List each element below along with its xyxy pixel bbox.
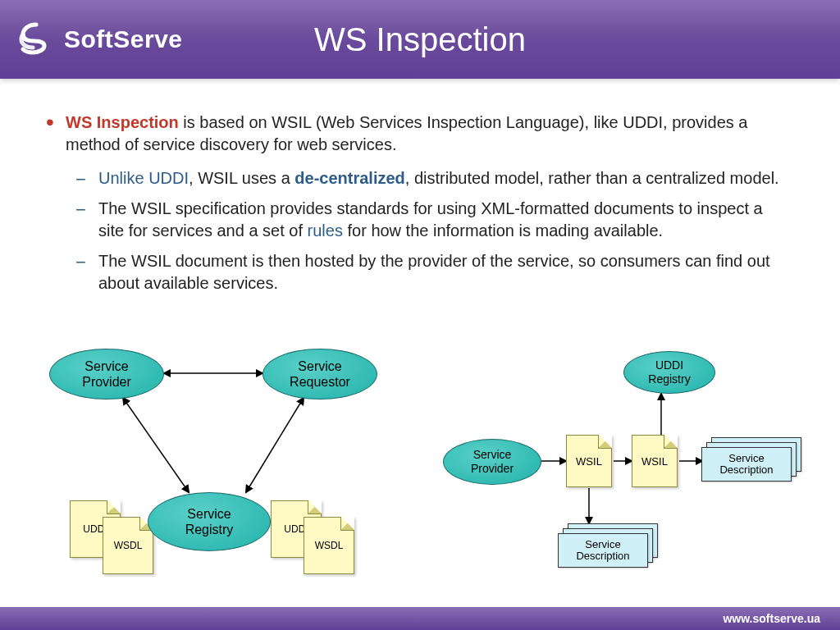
rules: rules: [308, 221, 343, 240]
doc-wsdl-left-2: WSDL: [304, 517, 354, 574]
diagrams-area: Service Provider Service Requestor UDDI …: [0, 345, 840, 599]
doc-wsdl-left-1: WSDL: [103, 517, 153, 574]
svg-line-1: [123, 398, 189, 492]
slide-footer: www.softserve.ua: [0, 607, 840, 630]
sub-bullet-3: The WSIL document is then hosted by the …: [98, 250, 791, 294]
slide-title: WS Inspection: [314, 21, 526, 58]
ellipse-service-registry: Service Registry: [148, 492, 271, 551]
decentralized: de-centralized: [294, 169, 404, 187]
slide-body: WS Inspection is based on WSIL (Web Serv…: [0, 79, 840, 294]
softserve-logo-icon: [16, 20, 56, 59]
svg-line-2: [246, 398, 304, 492]
doc-wsil-1: WSIL: [566, 435, 612, 487]
ellipse-uddi-registry: UDDI Registry: [623, 351, 715, 394]
bullet-main: WS Inspection is based on WSIL (Web Serv…: [66, 112, 791, 156]
footer-url: www.softserve.ua: [723, 612, 820, 625]
ellipse-service-provider: Service Provider: [49, 349, 164, 399]
ws-inspection-label: WS Inspection: [66, 113, 179, 131]
ellipse-service-provider-right: Service Provider: [443, 439, 541, 485]
brand-name: SoftServe: [64, 25, 183, 53]
stack-service-description-bottom: Service Description: [558, 533, 648, 568]
brand-logo: SoftServe: [16, 20, 183, 59]
ellipse-service-requestor: Service Requestor: [262, 349, 377, 399]
stack-service-description-right: Service Description: [701, 447, 792, 482]
sub-bullet-2: The WSIL specification provides standard…: [98, 198, 791, 242]
slide-header: SoftServe WS Inspection: [0, 0, 840, 79]
unlike-uddi: Unlike UDDI: [98, 169, 189, 187]
sub-bullet-list: Unlike UDDI, WSIL uses a de-centralized,…: [98, 167, 791, 294]
doc-wsil-2: WSIL: [632, 435, 678, 487]
sub-bullet-1: Unlike UDDI, WSIL uses a de-centralized,…: [98, 167, 791, 189]
